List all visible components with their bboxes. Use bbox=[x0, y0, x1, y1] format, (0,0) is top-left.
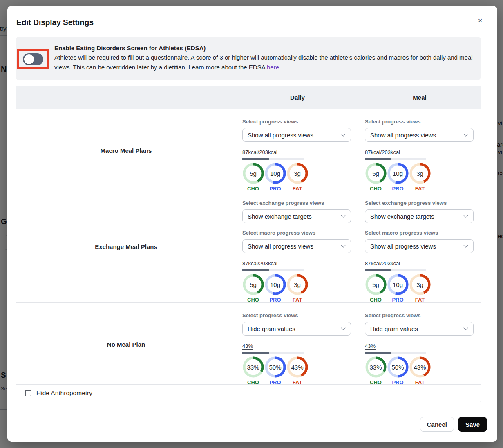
header-spacer bbox=[16, 86, 236, 109]
ring-value: 5g bbox=[243, 274, 264, 295]
calorie-progress-label: 87kcal/203kcal bbox=[365, 149, 400, 156]
edsa-description-period: . bbox=[279, 64, 281, 71]
macro-rings: 5g CHO 10g PRO 3g FAT bbox=[365, 163, 481, 192]
row-label-macro-meal-plans: Macro Meal Plans bbox=[16, 109, 236, 192]
fat-ring: 43% FAT bbox=[286, 356, 308, 385]
calorie-progress: 43% bbox=[242, 342, 359, 354]
row-label-no-meal-plan: No Meal Plan bbox=[16, 303, 236, 385]
ring-value: 33% bbox=[365, 356, 387, 378]
select-label: Select macro progress views bbox=[242, 230, 359, 236]
ring-label: PRO bbox=[392, 297, 403, 303]
ring-label: CHO bbox=[247, 297, 259, 303]
edsa-banner: Enable Eating Disorders Screen for Athle… bbox=[16, 37, 481, 80]
calorie-progress: 87kcal/203kcal bbox=[365, 260, 481, 271]
calorie-progress-bar bbox=[365, 352, 426, 354]
chevron-down-icon bbox=[463, 213, 468, 217]
macro-rings: 5g CHO 10g PRO 3g FAT bbox=[242, 163, 359, 192]
save-button[interactable]: Save bbox=[458, 417, 487, 432]
calorie-progress-label: 87kcal/203kcal bbox=[242, 149, 277, 156]
cho-ring: 33% CHO bbox=[242, 356, 264, 385]
exchange-daily-macro-select[interactable]: Show all progress views bbox=[242, 239, 351, 253]
select-label: Select progress views bbox=[242, 119, 359, 125]
ring-value: 43% bbox=[287, 356, 308, 378]
ring-value: 3g bbox=[409, 274, 431, 295]
dropdown-value: Show all progress views bbox=[370, 243, 436, 250]
calorie-progress-bar bbox=[365, 158, 426, 160]
column-header-daily: Daily bbox=[236, 86, 359, 109]
hide-anthropometry-row: Hide Anthropometry bbox=[16, 385, 481, 402]
edsa-here-link[interactable]: here bbox=[267, 64, 279, 71]
cho-ring: 5g CHO bbox=[365, 163, 387, 192]
pro-ring: 50% PRO bbox=[387, 356, 409, 385]
ring-label: PRO bbox=[269, 297, 281, 303]
fat-ring: 3g FAT bbox=[409, 163, 431, 192]
display-settings-table: Daily Meal Macro Meal Plans Select progr… bbox=[16, 86, 481, 402]
chevron-down-icon bbox=[341, 243, 345, 247]
pro-ring: 50% PRO bbox=[264, 356, 286, 385]
exchange-meal-cell: Select exchange progress views Show exch… bbox=[359, 190, 481, 303]
macro-meal-cell: Select progress views Show all progress … bbox=[359, 109, 481, 192]
exchange-meal-macro-select[interactable]: Show all progress views bbox=[365, 239, 474, 253]
edsa-heading: Enable Eating Disorders Screen for Athle… bbox=[54, 45, 475, 52]
fat-ring: 3g FAT bbox=[286, 274, 308, 303]
calorie-progress: 87kcal/203kcal bbox=[365, 148, 481, 160]
calorie-progress-bar bbox=[242, 158, 304, 160]
table-row: Exchange Meal Plans Select exchange prog… bbox=[16, 190, 481, 303]
annotation-highlight-box bbox=[17, 49, 49, 69]
macro-rings: 5g CHO 10g PRO 3g FAT bbox=[242, 274, 359, 303]
cancel-button[interactable]: Cancel bbox=[420, 417, 454, 432]
chevron-down-icon bbox=[341, 132, 345, 136]
calorie-progress-bar bbox=[365, 269, 426, 271]
dropdown-value: Hide gram values bbox=[248, 325, 295, 332]
macro-meal-progress-select[interactable]: Show all progress views bbox=[365, 128, 474, 142]
ring-value: 33% bbox=[243, 356, 264, 378]
select-label: Select macro progress views bbox=[365, 230, 481, 236]
cho-ring: 33% CHO bbox=[365, 356, 387, 385]
exchange-daily-exchange-select[interactable]: Show exchange targets bbox=[242, 209, 351, 223]
calorie-progress-fill bbox=[365, 352, 391, 354]
exchange-meal-exchange-select[interactable]: Show exchange targets bbox=[365, 209, 474, 223]
table-row: No Meal Plan Select progress views Hide … bbox=[16, 303, 481, 385]
dropdown-value: Show all progress views bbox=[248, 132, 313, 139]
ring-value: 10g bbox=[265, 274, 286, 295]
ring-value: 5g bbox=[243, 163, 264, 184]
hide-anthropometry-checkbox[interactable] bbox=[25, 390, 31, 396]
ring-label: CHO bbox=[370, 297, 382, 303]
pro-ring: 10g PRO bbox=[387, 274, 409, 303]
ring-label: FAT bbox=[415, 379, 425, 385]
dropdown-value: Show exchange targets bbox=[248, 213, 312, 220]
calorie-progress-fill bbox=[242, 158, 269, 160]
calorie-progress: 87kcal/203kcal bbox=[242, 260, 359, 271]
ring-label: PRO bbox=[392, 379, 403, 385]
ring-value: 50% bbox=[265, 356, 286, 378]
nomeal-daily-cell: Select progress views Hide gram values 4… bbox=[236, 303, 359, 385]
dropdown-value: Hide gram values bbox=[370, 325, 418, 332]
nomeal-meal-progress-select[interactable]: Hide gram values bbox=[365, 322, 474, 336]
dropdown-value: Show all progress views bbox=[370, 132, 436, 139]
pro-ring: 10g PRO bbox=[264, 274, 286, 303]
chevron-down-icon bbox=[463, 325, 468, 330]
close-icon[interactable]: × bbox=[478, 16, 483, 25]
toggle-knob bbox=[24, 54, 34, 64]
select-label: Select exchange progress views bbox=[365, 200, 481, 206]
nomeal-daily-progress-select[interactable]: Hide gram values bbox=[242, 322, 351, 336]
fat-ring: 3g FAT bbox=[409, 274, 431, 303]
calorie-progress-bar bbox=[242, 352, 304, 354]
calorie-progress-fill bbox=[242, 269, 269, 271]
macro-daily-progress-select[interactable]: Show all progress views bbox=[242, 128, 351, 142]
hide-anthropometry-label: Hide Anthropometry bbox=[36, 390, 92, 397]
ring-label: CHO bbox=[247, 379, 259, 385]
select-label: Select progress views bbox=[365, 312, 481, 318]
ring-value: 10g bbox=[265, 163, 286, 184]
select-label: Select progress views bbox=[365, 119, 481, 125]
nomeal-meal-cell: Select progress views Hide gram values 4… bbox=[359, 303, 481, 385]
dropdown-value: Show exchange targets bbox=[370, 213, 434, 220]
chevron-down-icon bbox=[341, 325, 345, 330]
calorie-progress-label: 43% bbox=[242, 343, 253, 350]
edsa-toggle[interactable] bbox=[23, 53, 43, 65]
cho-ring: 5g CHO bbox=[242, 274, 264, 303]
table-header-row: Daily Meal bbox=[16, 86, 481, 109]
ring-value: 10g bbox=[387, 163, 409, 184]
select-label: Select exchange progress views bbox=[242, 200, 359, 206]
calorie-progress: 87kcal/203kcal bbox=[242, 148, 359, 160]
